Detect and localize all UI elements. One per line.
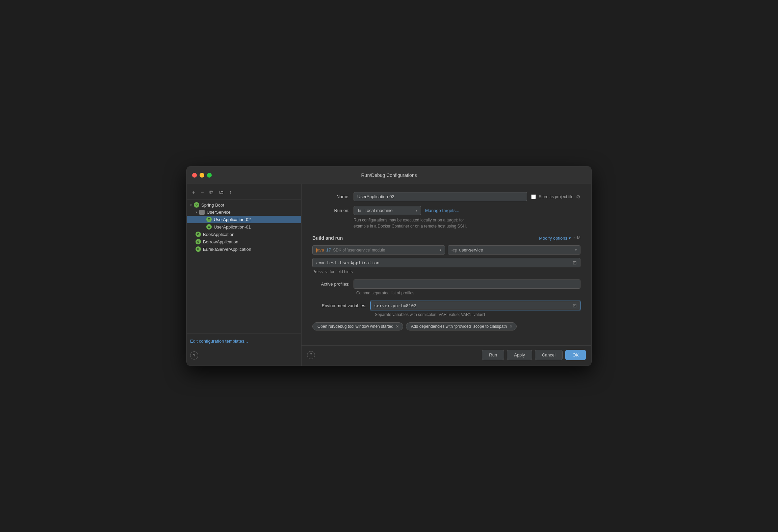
main-class-input[interactable] bbox=[316, 260, 573, 265]
config-tree: ▾ Spring Boot ▾ UserService UserApplicat… bbox=[187, 201, 301, 334]
store-project-checkbox[interactable] bbox=[531, 194, 536, 199]
computer-icon: 🖥 bbox=[357, 208, 362, 213]
folder-config-button[interactable]: 🗂 bbox=[216, 189, 226, 196]
name-label: Name: bbox=[312, 194, 349, 199]
edit-templates-link[interactable]: Edit configuration templates... bbox=[190, 339, 248, 344]
tree-item-label: UserApplication-02 bbox=[214, 217, 251, 222]
sdk-select[interactable]: java 17 SDK of 'user-service' module ▾ bbox=[312, 245, 445, 255]
ok-button[interactable]: OK bbox=[565, 350, 586, 360]
env-vars-label: Environment variables: bbox=[312, 303, 366, 308]
gear-icon[interactable]: ⚙ bbox=[576, 194, 580, 200]
sdk-row: java 17 SDK of 'user-service' module ▾ -… bbox=[312, 245, 580, 255]
tree-item-eureka-app[interactable]: EurekaServerApplication bbox=[187, 245, 301, 253]
help-button[interactable]: ? bbox=[307, 351, 315, 359]
env-vars-input[interactable] bbox=[374, 303, 573, 308]
tree-item-label: BookApplication bbox=[203, 232, 234, 237]
maximize-button[interactable] bbox=[207, 173, 212, 178]
sidebar-toolbar: + − ⧉ 🗂 ↕ bbox=[187, 187, 301, 200]
spring-icon bbox=[196, 246, 201, 252]
name-row: Name: Store as project file ⚙ bbox=[312, 192, 580, 201]
run-on-label: Run on: bbox=[312, 208, 349, 213]
expand-icon[interactable]: ⊡ bbox=[573, 260, 577, 265]
cp-keyword: -cp bbox=[451, 248, 457, 252]
footer-buttons: Run Apply Cancel OK bbox=[482, 350, 586, 360]
run-on-row: Run on: 🖥 Local machine ▾ Manage targets… bbox=[312, 206, 580, 215]
profiles-hint: Comma separated list of profiles bbox=[356, 291, 580, 295]
env-input-container: ⊡ bbox=[370, 301, 580, 310]
chevron-down-icon: ▾ bbox=[416, 209, 417, 212]
chevron-down-icon: ▾ bbox=[196, 210, 197, 214]
run-hint-line1: Run configurations may be executed local… bbox=[354, 218, 464, 222]
store-project-area: Store as project file ⚙ bbox=[531, 194, 580, 200]
dialog-title: Run/Debug Configurations bbox=[361, 172, 417, 178]
run-hint: Run configurations may be executed local… bbox=[354, 217, 580, 229]
tree-item-user-service[interactable]: ▾ UserService bbox=[187, 209, 301, 216]
tag-label: Add dependencies with “provided” scope t… bbox=[411, 324, 507, 329]
build-run-section-header: Build and run Modify options ▾ ⌥M bbox=[312, 235, 580, 241]
env-hint: Separate variables with semicolon: VAR=v… bbox=[375, 312, 580, 317]
minimize-button[interactable] bbox=[200, 173, 204, 178]
spring-icon bbox=[196, 232, 201, 237]
cancel-button[interactable]: Cancel bbox=[535, 350, 563, 360]
help-button[interactable]: ? bbox=[190, 351, 198, 360]
manage-targets-link[interactable]: Manage targets... bbox=[425, 208, 459, 213]
chevron-down-icon: ▾ bbox=[190, 203, 192, 207]
tree-item-user-app-01[interactable]: UserApplication-01 bbox=[187, 223, 301, 231]
main-panel: Name: Store as project file ⚙ Run on: 🖥 … bbox=[302, 184, 591, 366]
tree-item-spring-boot[interactable]: ▾ Spring Boot bbox=[187, 201, 301, 209]
modify-options-shortcut: ⌥M bbox=[572, 236, 580, 240]
run-on-select[interactable]: 🖥 Local machine ▾ bbox=[354, 206, 421, 215]
tree-item-user-app-02[interactable]: UserApplication-02 bbox=[187, 216, 301, 223]
tree-item-book-app[interactable]: BookApplication bbox=[187, 231, 301, 238]
tag-remove-button[interactable]: × bbox=[510, 324, 512, 329]
traffic-lights bbox=[192, 173, 212, 178]
cp-select[interactable]: -cp user-service ▾ bbox=[448, 245, 580, 255]
run-hint-line2: example in a Docker Container or on a re… bbox=[354, 224, 467, 229]
cp-value: user-service bbox=[459, 247, 483, 252]
chevron-down-icon: ▾ bbox=[440, 248, 441, 252]
sort-config-button[interactable]: ↕ bbox=[227, 189, 234, 196]
dialog-footer: ? Run Apply Cancel OK bbox=[302, 345, 591, 366]
sidebar-bottom: ? bbox=[187, 348, 301, 363]
spring-boot-icon bbox=[194, 202, 199, 208]
run-debug-dialog: Run/Debug Configurations + − ⧉ 🗂 ↕ ▾ Spr… bbox=[186, 166, 592, 366]
section-title: Build and run bbox=[312, 235, 343, 241]
tree-item-label: BorrowApplication bbox=[203, 239, 238, 244]
tree-item-label: EurekaServerApplication bbox=[203, 247, 251, 252]
tags-row: Open run/debug tool window when started … bbox=[312, 322, 580, 330]
remove-config-button[interactable]: − bbox=[199, 189, 206, 196]
apply-button[interactable]: Apply bbox=[507, 350, 532, 360]
run-on-value: Local machine bbox=[364, 208, 393, 213]
active-profiles-row: Active profiles: bbox=[312, 280, 580, 289]
active-profiles-label: Active profiles: bbox=[312, 282, 349, 287]
dialog-content: + − ⧉ 🗂 ↕ ▾ Spring Boot ▾ UserService bbox=[187, 184, 591, 366]
sdk-java-keyword: java bbox=[316, 247, 324, 252]
name-input[interactable] bbox=[354, 192, 527, 201]
tree-item-label: Spring Boot bbox=[201, 203, 224, 208]
footer-left: ? bbox=[307, 351, 315, 359]
spring-icon bbox=[196, 239, 201, 244]
sidebar-footer: Edit configuration templates... bbox=[187, 334, 301, 348]
tree-item-borrow-app[interactable]: BorrowApplication bbox=[187, 238, 301, 245]
add-config-button[interactable]: + bbox=[190, 189, 197, 196]
main-form: Name: Store as project file ⚙ Run on: 🖥 … bbox=[302, 184, 591, 345]
modify-options-button[interactable]: Modify options ▾ ⌥M bbox=[539, 236, 580, 241]
expand-icon[interactable]: ⊡ bbox=[573, 303, 577, 308]
spring-icon bbox=[206, 217, 212, 222]
copy-config-button[interactable]: ⧉ bbox=[207, 189, 215, 196]
spring-icon bbox=[206, 224, 212, 230]
main-class-row: ⊡ bbox=[312, 258, 580, 267]
chevron-down-icon: ▾ bbox=[575, 248, 577, 252]
titlebar: Run/Debug Configurations bbox=[187, 166, 591, 184]
sdk-rest: SDK of 'user-service' module bbox=[333, 248, 385, 252]
env-vars-row: Environment variables: ⊡ bbox=[312, 301, 580, 310]
tag-remove-button[interactable]: × bbox=[396, 324, 399, 329]
tree-item-label: UserApplication-01 bbox=[214, 224, 251, 230]
close-button[interactable] bbox=[192, 173, 197, 178]
active-profiles-input[interactable] bbox=[354, 280, 580, 289]
run-button[interactable]: Run bbox=[482, 350, 504, 360]
field-hint: Press ⌥ for field hints bbox=[312, 269, 580, 274]
folder-icon bbox=[199, 210, 205, 215]
chevron-down-icon: ▾ bbox=[569, 236, 571, 241]
sdk-version: 17 bbox=[326, 247, 331, 252]
